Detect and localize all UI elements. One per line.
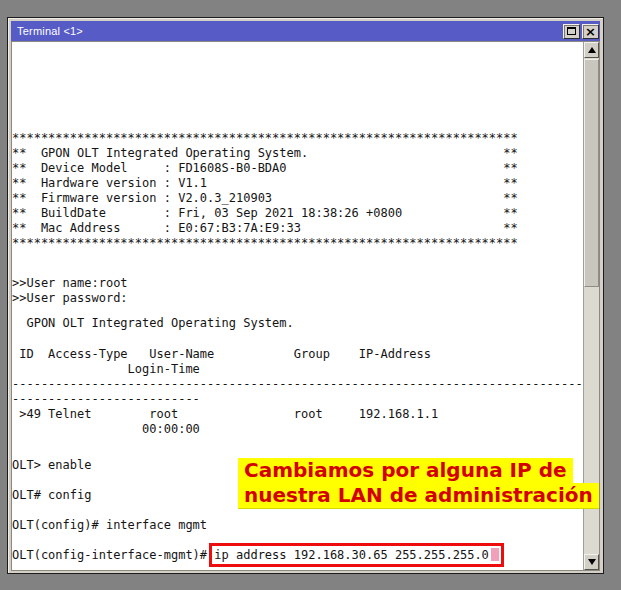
terminal-cursor [491,548,499,561]
session-table-block: ID Access-Type User-Name Group IP-Addres… [12,347,583,437]
close-icon: × [585,25,596,37]
terminal-output[interactable]: ****************************************… [12,42,583,570]
scroll-down-button[interactable] [584,554,599,570]
annotation-line-1: Cambiamos por alguna IP de [238,458,573,484]
maximize-button[interactable] [563,24,580,39]
system-line: GPON OLT Integrated Operating System. [12,316,294,331]
highlight-box: ip address 192.168.30.65 255.255.255.0 [214,548,499,562]
commands-block: OLT> enable OLT# config OLT(config)# int… [12,458,207,533]
titlebar[interactable]: Terminal <1> × [11,21,600,41]
scrollbar-thumb[interactable] [584,59,599,287]
scroll-up-button[interactable] [584,42,599,58]
terminal-content: ****************************************… [11,41,600,571]
window-title: Terminal <1> [17,25,561,37]
annotation-line-2: nuestra LAN de administración [238,483,599,509]
prompt-text: OLT(config-interface-mgmt)# [12,548,214,562]
current-command-line: OLT(config-interface-mgmt)# ip address 1… [12,548,499,563]
scroll-down-icon [588,559,596,565]
banner-block: ****************************************… [12,131,518,251]
login-block: >>User name:root >>User password: [12,276,128,306]
close-button[interactable]: × [582,24,599,39]
highlighted-command: ip address 192.168.30.65 255.255.255.0 [214,548,489,562]
terminal-window: Terminal <1> × *************************… [7,17,604,574]
maximize-icon [567,27,576,35]
scroll-up-icon [588,47,596,53]
